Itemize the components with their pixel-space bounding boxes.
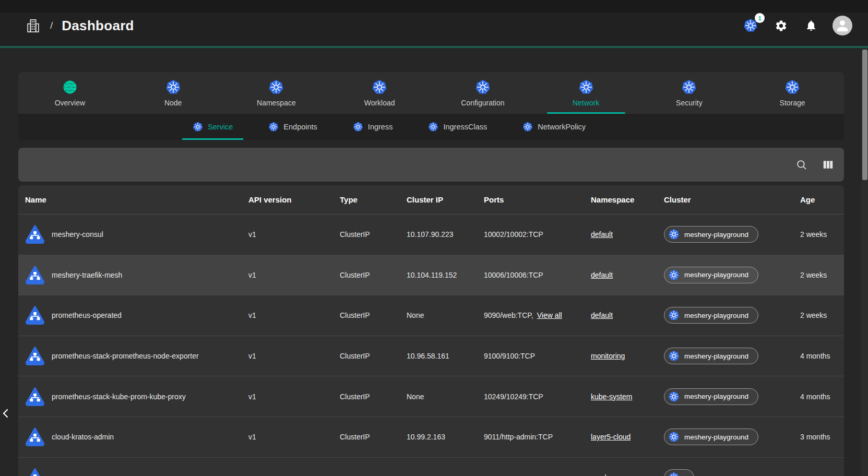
resource-tab-network[interactable]: Network — [534, 72, 638, 114]
namespace-link[interactable]: meshery — [591, 473, 619, 476]
table-row-meshery-traefik-mesh[interactable]: meshery-traefik-mesh v1 ClusterIP 10.104… — [18, 255, 844, 296]
subtab-label: Service — [208, 123, 233, 131]
ports-cell: 9090/web:TCP, View all — [484, 311, 591, 319]
view-all-ports-link[interactable]: View all — [537, 311, 562, 319]
kubernetes-icon — [193, 122, 203, 132]
resource-category-tabs: Overview Node Namespace — [18, 72, 844, 114]
kubernetes-icon — [268, 122, 279, 132]
service-name-cell[interactable]: prometheus-stack-kube-prom-kube-proxy — [25, 386, 248, 407]
api-version-cell: v1 — [248, 433, 340, 441]
chevron-left-icon — [1, 407, 11, 420]
resource-tab-node[interactable]: Node — [122, 72, 225, 114]
subtab-networkpolicy[interactable]: NetworkPolicy — [505, 114, 603, 140]
cluster-chip[interactable]: meshery-playground — [664, 429, 758, 445]
gear-icon — [775, 19, 788, 32]
column-header-ports[interactable]: Ports — [484, 195, 591, 204]
service-name-cell[interactable]: prometheus-stack-prometheus-node-exporte… — [25, 346, 248, 366]
namespace-cell: default — [591, 311, 664, 319]
view-columns-button[interactable] — [820, 157, 836, 173]
age-cell: 2 weeks — [800, 311, 844, 319]
cluster-count-badge: 1 — [755, 13, 765, 23]
namespace-link[interactable]: kube-system — [591, 392, 632, 401]
resource-tab-storage[interactable]: Storage — [741, 72, 844, 114]
user-avatar[interactable] — [833, 16, 852, 35]
cluster-name: meshery-playground — [684, 433, 748, 441]
cluster-chip[interactable]: meshery-playground — [664, 226, 758, 243]
service-name-cell[interactable]: meshery-traefik-mesh — [25, 265, 248, 285]
namespace-link[interactable]: default — [591, 230, 613, 239]
column-header-cluster[interactable]: Cluster — [664, 195, 800, 204]
service-name: meshery-consul — [52, 230, 103, 239]
resource-tab-overview[interactable]: Overview — [18, 72, 122, 114]
table-row-prometheus-stack-prometheus-node-exporter[interactable]: prometheus-stack-prometheus-node-exporte… — [18, 336, 844, 377]
namespace-link[interactable]: default — [591, 311, 613, 319]
services-table: NameAPI versionTypeCluster IPPortsNamesp… — [18, 185, 844, 476]
subtab-ingressclass[interactable]: IngressClass — [410, 114, 505, 140]
service-name-cell[interactable]: prometheus-operated — [25, 305, 248, 326]
column-header-age[interactable]: Age — [800, 195, 844, 204]
breadcrumb-separator: / — [50, 20, 53, 31]
namespace-link[interactable]: layer5-cloud — [591, 433, 631, 441]
kubernetes-icon — [165, 79, 181, 95]
meshery-overview-icon — [62, 79, 78, 95]
resource-tab-configuration[interactable]: Configuration — [431, 72, 534, 114]
namespace-link[interactable]: monitoring — [591, 352, 625, 360]
namespace-cell: default — [591, 271, 664, 279]
subtab-ingress[interactable]: Ingress — [335, 114, 411, 140]
kubernetes-icon — [681, 79, 697, 95]
cluster-chip[interactable]: meshery-playground — [664, 307, 758, 324]
namespace-cell: kube-system — [591, 392, 664, 401]
subtab-label: NetworkPolicy — [538, 123, 586, 131]
column-header-namespace[interactable]: Namespace — [591, 195, 664, 204]
scrollbar-thumb[interactable] — [862, 50, 867, 180]
age-cell: 3 months — [800, 433, 844, 441]
type-cell: ClusterIP — [340, 433, 407, 441]
table-row-prometheus-stack-kube-prom-kube-proxy[interactable]: prometheus-stack-kube-prom-kube-proxy v1… — [18, 376, 844, 417]
namespace-cell: monitoring — [591, 352, 664, 360]
cluster-chip[interactable]: meshery-playground — [664, 348, 758, 364]
notifications-button[interactable] — [802, 17, 820, 34]
resource-tab-namespace[interactable]: Namespace — [225, 72, 328, 114]
service-name: prometheus-stack-prometheus-node-exporte… — [52, 352, 199, 360]
cluster-connection-button[interactable]: 1 — [742, 17, 759, 34]
cluster-ip-cell: 10.99.2.163 — [407, 433, 484, 441]
resource-tab-label: Network — [573, 99, 599, 107]
cluster-name: meshery-playground — [684, 231, 748, 239]
subtab-endpoints[interactable]: Endpoints — [251, 114, 335, 140]
collapse-drawer-button[interactable] — [1, 406, 13, 421]
subtab-service[interactable]: Service — [175, 114, 251, 140]
kubernetes-icon — [522, 122, 533, 132]
age-cell: 4 months — [800, 352, 844, 360]
service-icon — [25, 386, 45, 406]
table-row-meshery-consul[interactable]: meshery-consul v1 ClusterIP 10.107.90.22… — [18, 215, 844, 255]
org-building-icon[interactable] — [25, 18, 41, 34]
column-header-api-version[interactable]: API version — [248, 195, 340, 204]
cluster-chip[interactable] — [664, 469, 694, 476]
resource-tab-security[interactable]: Security — [638, 72, 741, 114]
table-row-prometheus-operated[interactable]: prometheus-operated v1 ClusterIP None 90… — [18, 295, 844, 336]
column-header-name[interactable]: Name — [25, 195, 248, 204]
kubernetes-icon — [668, 472, 680, 476]
service-icon — [25, 265, 45, 284]
namespace-link[interactable]: default — [591, 271, 613, 279]
cluster-chip[interactable]: meshery-playground — [664, 267, 758, 283]
service-name-cell[interactable] — [25, 467, 248, 476]
subtab-label: IngressClass — [443, 123, 487, 131]
cluster-name: meshery-playground — [684, 312, 748, 319]
cluster-cell: meshery-playground — [664, 429, 800, 445]
table-row-cloud-kratos-admin[interactable]: cloud-kratos-admin v1 ClusterIP 10.99.2.… — [18, 417, 844, 458]
kubernetes-icon — [353, 122, 363, 132]
service-name-cell[interactable]: cloud-kratos-admin — [25, 426, 248, 447]
settings-button[interactable] — [772, 17, 790, 34]
page-title: Dashboard — [62, 18, 134, 34]
search-button[interactable] — [794, 157, 810, 173]
resource-tab-workload[interactable]: Workload — [328, 72, 431, 114]
table-row-partial[interactable]: meshery — [18, 458, 844, 476]
age-cell: 2 weeks — [800, 271, 844, 279]
column-header-type[interactable]: Type — [340, 195, 407, 204]
page-scrollbar[interactable] — [861, 48, 868, 476]
service-name-cell[interactable]: meshery-consul — [25, 224, 248, 245]
header-accent-divider — [0, 46, 868, 48]
column-header-cluster-ip[interactable]: Cluster IP — [407, 195, 484, 204]
cluster-chip[interactable]: meshery-playground — [664, 388, 758, 405]
